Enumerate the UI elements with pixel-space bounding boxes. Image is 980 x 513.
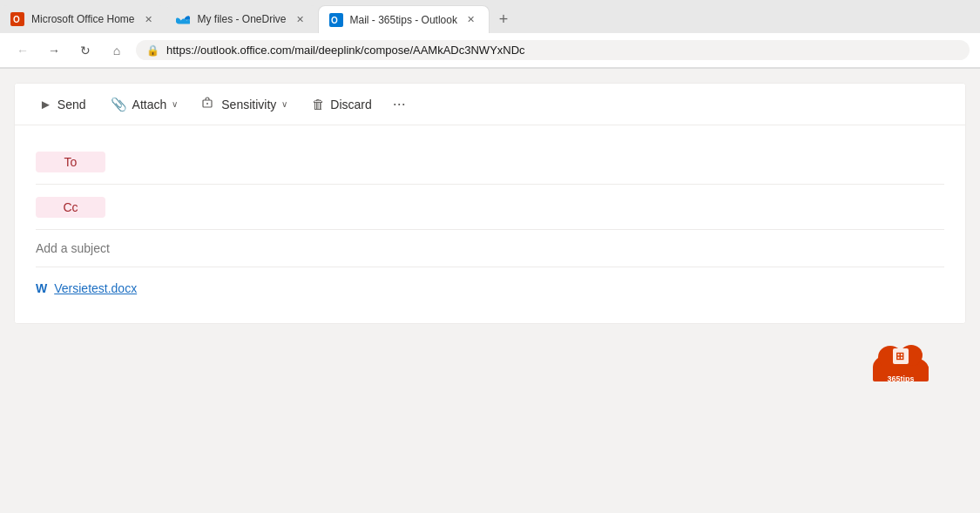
new-tab-button[interactable]: + bbox=[490, 5, 517, 33]
to-input[interactable] bbox=[116, 155, 944, 169]
home-icon: ⌂ bbox=[113, 44, 120, 57]
svg-point-5 bbox=[206, 103, 208, 105]
browser-chrome: O Microsoft Office Home ✕ My files - One… bbox=[0, 0, 980, 69]
attach-label: Attach bbox=[132, 98, 167, 111]
tab-onedrive-label: My files - OneDrive bbox=[197, 13, 286, 25]
outlook-tab-icon: O bbox=[329, 13, 343, 27]
tab-office[interactable]: O Microsoft Office Home ✕ bbox=[0, 5, 166, 33]
tab-outlook[interactable]: O Mail - 365tips - Outlook ✕ bbox=[318, 5, 490, 33]
discard-icon: 🗑 bbox=[312, 97, 325, 111]
url-bar[interactable]: 🔒 https://outlook.office.com/mail/deepli… bbox=[136, 40, 970, 60]
back-button[interactable]: ← bbox=[10, 38, 35, 63]
sensitivity-button[interactable]: Sensitivity ∨ bbox=[192, 91, 298, 118]
tab-onedrive-close[interactable]: ✕ bbox=[294, 12, 308, 26]
svg-text:O: O bbox=[331, 16, 338, 25]
home-button[interactable]: ⌂ bbox=[105, 38, 129, 63]
attach-icon: 📎 bbox=[111, 97, 127, 112]
to-label: To bbox=[64, 155, 78, 169]
sensitivity-chevron-icon: ∨ bbox=[281, 99, 287, 109]
to-button[interactable]: To bbox=[36, 152, 105, 172]
tab-bar: O Microsoft Office Home ✕ My files - One… bbox=[0, 0, 980, 33]
cc-button[interactable]: Cc bbox=[36, 197, 105, 218]
refresh-button[interactable]: ↻ bbox=[73, 38, 98, 63]
compose-card: ► Send 📎 Attach ∨ Sensitivity ∨ bbox=[14, 83, 966, 324]
sensitivity-label: Sensitivity bbox=[221, 98, 276, 111]
tab-office-label: Microsoft Office Home bbox=[31, 13, 134, 25]
attachment-row: W Versietest.docx bbox=[36, 267, 944, 309]
office-tab-icon: O bbox=[10, 12, 24, 26]
attachment-filename[interactable]: Versietest.docx bbox=[54, 281, 137, 295]
tab-outlook-close[interactable]: ✕ bbox=[464, 13, 478, 27]
cc-label: Cc bbox=[63, 200, 78, 214]
to-row: To bbox=[36, 139, 944, 185]
attach-chevron-icon: ∨ bbox=[172, 99, 178, 109]
subject-input[interactable] bbox=[36, 241, 944, 255]
discard-button[interactable]: 🗑 Discard bbox=[301, 91, 382, 117]
tab-office-close[interactable]: ✕ bbox=[141, 12, 155, 26]
cc-row: Cc bbox=[36, 185, 944, 230]
tab-onedrive[interactable]: My files - OneDrive ✕ bbox=[166, 5, 317, 33]
discard-label: Discard bbox=[330, 98, 371, 111]
subject-row bbox=[36, 230, 944, 267]
address-bar: ← → ↻ ⌂ 🔒 https://outlook.office.com/mai… bbox=[0, 33, 980, 68]
cloud-badge-icon: ⊞ 365tips bbox=[869, 336, 932, 387]
main-content: ► Send 📎 Attach ∨ Sensitivity ∨ bbox=[0, 69, 980, 417]
more-options-button[interactable]: ··· bbox=[386, 90, 413, 118]
compose-toolbar: ► Send 📎 Attach ∨ Sensitivity ∨ bbox=[15, 84, 965, 125]
sensitivity-icon bbox=[202, 96, 216, 112]
send-button[interactable]: ► Send bbox=[29, 91, 97, 117]
refresh-icon: ↻ bbox=[80, 44, 91, 57]
send-label: Send bbox=[57, 98, 86, 111]
compose-area: To Cc W Versietest.docx bbox=[15, 125, 965, 323]
attach-button[interactable]: 📎 Attach ∨ bbox=[100, 91, 189, 118]
send-icon: ► bbox=[39, 97, 52, 111]
forward-icon: → bbox=[48, 44, 60, 57]
forward-button[interactable]: → bbox=[42, 38, 66, 63]
tab-outlook-label: Mail - 365tips - Outlook bbox=[350, 14, 457, 26]
lock-icon: 🔒 bbox=[146, 44, 159, 57]
url-text: https://outlook.office.com/mail/deeplink… bbox=[166, 44, 525, 57]
back-icon: ← bbox=[17, 44, 29, 57]
svg-text:O: O bbox=[13, 15, 20, 24]
onedrive-tab-icon bbox=[176, 12, 190, 26]
svg-text:365tips: 365tips bbox=[887, 375, 914, 383]
more-icon: ··· bbox=[393, 95, 406, 112]
svg-text:⊞: ⊞ bbox=[896, 350, 904, 362]
cc-input[interactable] bbox=[116, 200, 944, 214]
word-icon: W bbox=[36, 281, 47, 295]
badge-365tips[interactable]: ⊞ 365tips bbox=[869, 330, 932, 393]
